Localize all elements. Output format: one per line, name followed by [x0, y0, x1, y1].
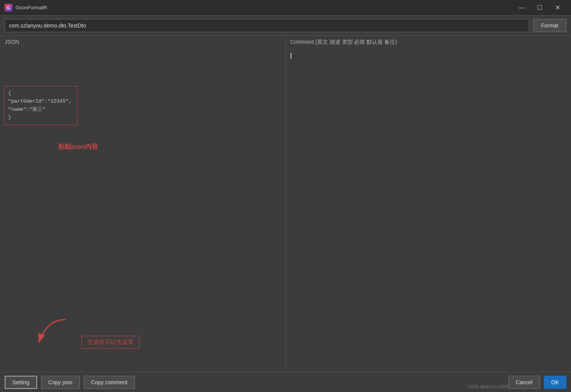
copy-json-button[interactable]: Copy json: [41, 376, 80, 389]
copy-comment-button[interactable]: Copy comment: [84, 376, 135, 389]
minimize-button[interactable]: —: [513, 2, 531, 14]
bottom-bar-left: Setting Copy json Copy comment: [5, 376, 135, 389]
format-button[interactable]: Format: [533, 19, 566, 32]
app-icon: G: [5, 4, 12, 12]
setting-button[interactable]: Setting: [5, 376, 37, 389]
watermark: CSDN @fansu123987: [467, 384, 509, 389]
toolbar: Format: [0, 15, 571, 36]
bottom-bar-right: Cancel OK: [508, 376, 566, 389]
comment-editor[interactable]: [286, 62, 571, 372]
comment-panel: Comment (英文 描述 类型 必填 默认值 备注): [286, 36, 571, 372]
close-button[interactable]: ✕: [549, 2, 566, 14]
title-bar: G GsonFormatR — ☐ ✕: [0, 0, 571, 15]
title-bar-left: G GsonFormatR: [5, 4, 47, 12]
cancel-button[interactable]: Cancel: [508, 376, 540, 389]
maximize-button[interactable]: ☐: [531, 2, 549, 14]
title-bar-controls: — ☐ ✕: [513, 2, 566, 14]
ok-button[interactable]: OK: [544, 376, 566, 389]
comment-cursor: [291, 53, 291, 59]
main-content: JSON { "partOderId":"12345", "name":"张三"…: [0, 36, 571, 372]
class-name-input[interactable]: [5, 19, 529, 32]
bottom-bar: Setting Copy json Copy comment Cancel OK: [0, 372, 571, 392]
app-title: GsonFormatR: [15, 5, 47, 10]
comment-cursor-area: [286, 49, 571, 62]
comment-panel-header: Comment (英文 描述 类型 必填 默认值 备注): [286, 36, 571, 49]
json-panel: JSON { "partOderId":"12345", "name":"张三"…: [0, 36, 286, 372]
